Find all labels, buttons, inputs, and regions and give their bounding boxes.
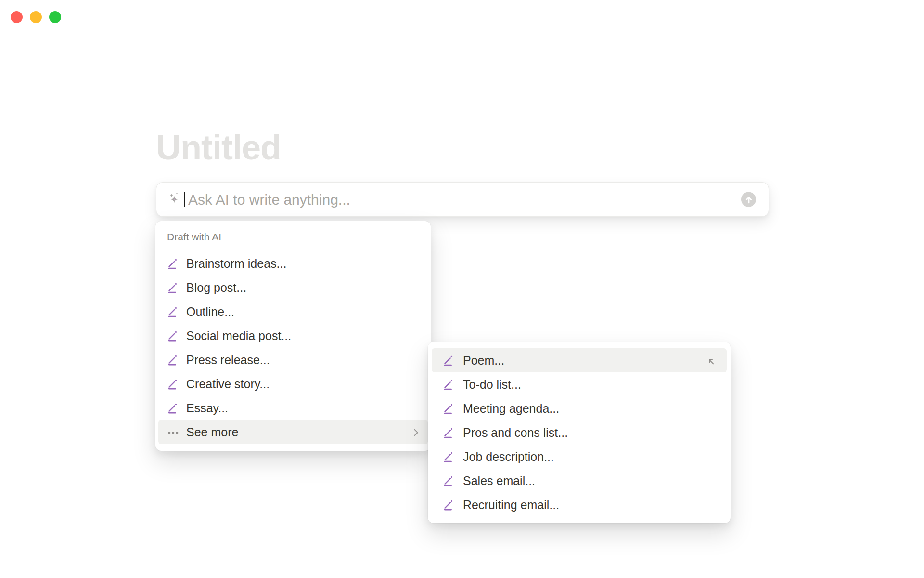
- text-cursor: [184, 192, 185, 207]
- ai-input-bar[interactable]: [156, 182, 769, 217]
- pencil-line-icon: [167, 402, 180, 414]
- ellipsis-icon: [167, 426, 180, 438]
- menu-item-meeting-agenda[interactable]: Meeting agenda...: [432, 396, 727, 420]
- menu-item-label: Job description...: [463, 450, 554, 464]
- draft-ai-menu: Draft with AI Brainstorm ideas... Blog p…: [155, 221, 431, 451]
- see-more-submenu: Poem... To-do list... Meeting agenda... …: [428, 342, 731, 523]
- close-button[interactable]: [11, 11, 23, 23]
- menu-item-label: Recruiting email...: [463, 498, 559, 512]
- menu-item-label: Blog post...: [186, 281, 246, 295]
- pencil-line-icon: [443, 354, 455, 367]
- menu-item-poem[interactable]: Poem...: [432, 348, 727, 372]
- menu-section-label: Draft with AI: [167, 229, 428, 245]
- menu-item-label: Pros and cons list...: [463, 426, 568, 440]
- arrow-up-icon: [744, 194, 754, 205]
- zoom-button[interactable]: [49, 11, 61, 23]
- menu-item-label: Sales email...: [463, 474, 535, 488]
- ai-prompt-input[interactable]: [187, 183, 728, 217]
- pencil-line-icon: [167, 281, 180, 294]
- pencil-line-icon: [443, 474, 455, 487]
- menu-item-label: Press release...: [186, 353, 270, 367]
- menu-item-press-release[interactable]: Press release...: [158, 348, 428, 372]
- pencil-line-icon: [167, 329, 180, 342]
- window-controls: [11, 11, 61, 23]
- pencil-line-icon: [443, 402, 455, 415]
- pencil-line-icon: [167, 305, 180, 318]
- menu-item-recruiting-email[interactable]: Recruiting email...: [432, 493, 727, 517]
- ai-sparkle-icon: [166, 191, 182, 208]
- menu-item-label: Poem...: [463, 354, 504, 368]
- menu-item-label: Outline...: [186, 305, 234, 319]
- menu-item-todo-list[interactable]: To-do list...: [432, 372, 727, 396]
- menu-item-job-description[interactable]: Job description...: [432, 445, 727, 469]
- menu-item-see-more[interactable]: See more: [158, 420, 428, 444]
- submit-button[interactable]: [741, 192, 756, 207]
- menu-item-blog-post[interactable]: Blog post...: [158, 276, 428, 300]
- pencil-line-icon: [167, 257, 180, 270]
- pencil-line-icon: [443, 499, 455, 511]
- menu-item-creative-story[interactable]: Creative story...: [158, 372, 428, 396]
- menu-item-label: Creative story...: [186, 377, 270, 391]
- pencil-line-icon: [167, 354, 180, 366]
- menu-item-label: Meeting agenda...: [463, 402, 559, 416]
- minimize-button[interactable]: [30, 11, 42, 23]
- pencil-line-icon: [443, 378, 455, 391]
- pencil-line-icon: [443, 450, 455, 463]
- pencil-line-icon: [443, 426, 455, 439]
- menu-item-outline[interactable]: Outline...: [158, 300, 428, 324]
- chevron-right-icon: [411, 427, 421, 437]
- menu-item-label: Social media post...: [186, 329, 291, 343]
- notion-window: Untitled Draft with AI Brainstorm ideas.…: [0, 0, 924, 578]
- arrow-up-left-icon: [706, 355, 716, 366]
- menu-item-essay[interactable]: Essay...: [158, 396, 428, 420]
- menu-item-label: Brainstorm ideas...: [186, 257, 286, 271]
- menu-item-label: See more: [186, 425, 238, 439]
- menu-item-social-media-post[interactable]: Social media post...: [158, 324, 428, 348]
- page-title[interactable]: Untitled: [156, 130, 281, 165]
- menu-item-label: To-do list...: [463, 378, 521, 392]
- menu-item-pros-and-cons-list[interactable]: Pros and cons list...: [432, 420, 727, 445]
- menu-item-label: Essay...: [186, 401, 228, 415]
- menu-item-brainstorm-ideas[interactable]: Brainstorm ideas...: [158, 251, 428, 276]
- pencil-line-icon: [167, 378, 180, 390]
- menu-item-sales-email[interactable]: Sales email...: [432, 469, 727, 493]
